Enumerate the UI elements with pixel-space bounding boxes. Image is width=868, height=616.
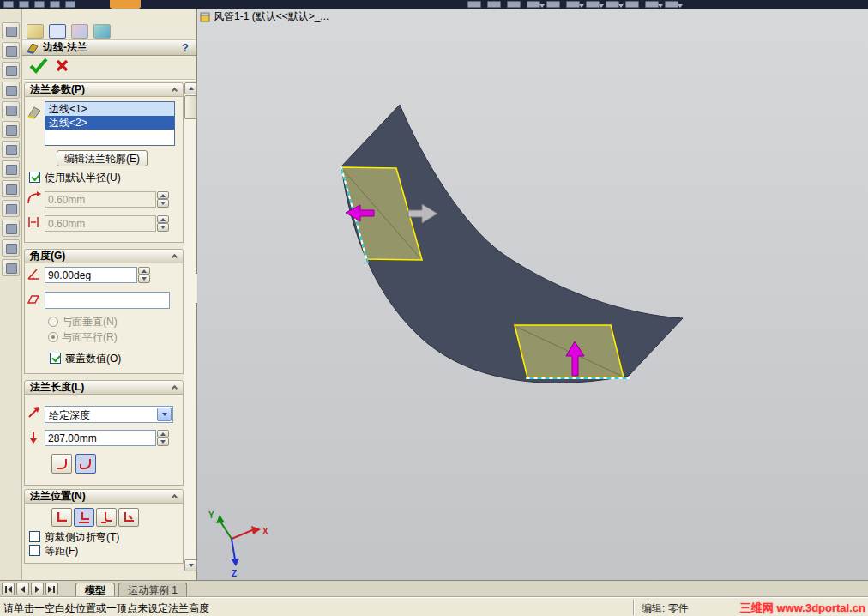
features-toolbar-icon-10[interactable] bbox=[2, 200, 20, 217]
panel-title: 边线-法兰 bbox=[43, 40, 87, 55]
features-toolbar bbox=[0, 9, 22, 580]
feature-manager-tab[interactable] bbox=[27, 24, 44, 39]
tab-motion-study[interactable]: 运动算例 1 bbox=[118, 583, 187, 598]
group-label: 法兰位置(N) bbox=[30, 490, 86, 502]
standard-views-icon[interactable] bbox=[566, 1, 580, 8]
undo-icon[interactable] bbox=[65, 1, 75, 8]
material-inside-button[interactable] bbox=[51, 508, 72, 527]
status-mode: 编辑: 零件 bbox=[642, 601, 689, 616]
features-toolbar-icon-2[interactable] bbox=[2, 42, 20, 59]
cancel-x-icon bbox=[55, 58, 69, 73]
tab-model[interactable]: 模型 bbox=[75, 583, 115, 598]
angle-spinner[interactable] bbox=[138, 267, 150, 283]
depth-field[interactable] bbox=[45, 430, 156, 446]
features-toolbar-icon-7[interactable] bbox=[2, 141, 20, 158]
top-toolbar bbox=[0, 0, 868, 9]
help-button[interactable]: ? bbox=[179, 41, 191, 54]
outer-virtual-sharp-button[interactable] bbox=[51, 454, 72, 474]
angle-field[interactable] bbox=[45, 267, 137, 283]
reference-face-field[interactable] bbox=[45, 292, 170, 309]
open-document-icon[interactable] bbox=[19, 1, 29, 8]
new-document-icon[interactable] bbox=[3, 1, 14, 8]
bend-inside-icon bbox=[79, 457, 93, 471]
zoom-area-icon[interactable] bbox=[487, 1, 501, 8]
edge-list-item-1[interactable]: 边线<1> bbox=[45, 102, 174, 116]
orientation-triad: X Y Z bbox=[208, 510, 268, 578]
hide-show-items-icon[interactable] bbox=[606, 1, 619, 8]
apply-scene-icon[interactable] bbox=[645, 1, 659, 8]
property-manager-header: 边线-法兰 ? bbox=[22, 40, 196, 56]
parallel-to-face-label: 与面平行(R) bbox=[62, 331, 118, 343]
features-toolbar-icon-8[interactable] bbox=[2, 160, 20, 178]
group-label: 法兰参数(P) bbox=[30, 83, 85, 95]
material-outside-button[interactable] bbox=[74, 508, 94, 527]
active-menu-highlight[interactable] bbox=[110, 0, 141, 9]
reference-face-icon bbox=[26, 292, 41, 307]
ok-button[interactable] bbox=[28, 57, 49, 77]
property-manager-panel: 边线-法兰 ? 法兰参数(P) 边线<1> 边线<2> 编辑法兰轮廓 bbox=[22, 9, 197, 580]
group-header-flange-parameters[interactable]: 法兰参数(P) bbox=[24, 82, 184, 97]
features-toolbar-icon-9[interactable] bbox=[2, 180, 20, 197]
rotate-view-icon[interactable] bbox=[527, 1, 540, 8]
flange-angle-icon bbox=[26, 266, 41, 281]
panel-scrollbar[interactable] bbox=[184, 82, 196, 571]
group-header-flange-length[interactable]: 法兰长度(L) bbox=[24, 380, 184, 395]
edge-list-box[interactable]: 边线<1> 边线<2> bbox=[45, 101, 175, 146]
standard-toolbar bbox=[3, 1, 75, 8]
inner-virtual-sharp-button[interactable] bbox=[75, 454, 96, 474]
features-toolbar-icon-3[interactable] bbox=[2, 62, 20, 79]
group-header-flange-position[interactable]: 法兰位置(N) bbox=[24, 489, 184, 504]
bottom-tab-strip: 模型 运动算例 1 bbox=[0, 580, 868, 597]
depth-spinner[interactable] bbox=[157, 430, 169, 446]
save-icon[interactable] bbox=[34, 1, 45, 8]
zoom-in-out-icon[interactable] bbox=[507, 1, 521, 8]
scrollbar-thumb[interactable] bbox=[184, 95, 197, 119]
bend-from-virtual-sharp-button[interactable] bbox=[118, 508, 139, 527]
scroll-up-icon[interactable] bbox=[184, 82, 197, 94]
features-toolbar-icon-5[interactable] bbox=[2, 101, 20, 118]
graphics-viewport[interactable]: 风管1-1 (默认<<默认>_... bbox=[197, 9, 868, 580]
end-condition-combobox[interactable]: 给定深度 bbox=[45, 406, 173, 423]
status-bar: 请单击一空白处位置或一顶点来设定法兰高度 编辑: 零件 三维网 www.3dpo… bbox=[0, 597, 868, 616]
features-toolbar-icon-1[interactable] bbox=[2, 22, 20, 39]
next-tab-button[interactable] bbox=[31, 583, 44, 595]
property-manager-tab[interactable] bbox=[49, 24, 66, 39]
z-axis-arrow-icon bbox=[231, 559, 239, 566]
previous-tab-button[interactable] bbox=[16, 583, 29, 595]
last-tab-button[interactable] bbox=[45, 583, 58, 595]
end-condition-value: 给定深度 bbox=[49, 408, 90, 423]
view-toolbar bbox=[467, 1, 678, 8]
override-value-checkbox[interactable] bbox=[50, 353, 61, 364]
bend-outside-position-icon bbox=[99, 510, 113, 524]
edit-flange-profile-button[interactable]: 编辑法兰轮廓(E) bbox=[57, 150, 148, 166]
status-divider bbox=[633, 600, 635, 615]
group-header-angle[interactable]: 角度(G) bbox=[24, 249, 184, 263]
features-toolbar-icon-6[interactable] bbox=[2, 121, 20, 138]
configuration-manager-tab[interactable] bbox=[71, 24, 88, 39]
group-label: 角度(G) bbox=[30, 250, 65, 262]
bend-outside-position-button[interactable] bbox=[96, 508, 117, 527]
x-axis-label: X bbox=[262, 527, 268, 536]
zoom-to-fit-icon[interactable] bbox=[467, 1, 481, 8]
use-default-radius-checkbox[interactable] bbox=[29, 172, 40, 183]
offset-checkbox[interactable] bbox=[29, 545, 40, 556]
collapse-chevron-icon bbox=[172, 494, 178, 500]
cancel-button[interactable] bbox=[55, 58, 69, 75]
trim-side-bends-checkbox[interactable] bbox=[29, 531, 40, 542]
pan-icon[interactable] bbox=[546, 1, 560, 8]
edge-list-item-2[interactable]: 边线<2> bbox=[45, 116, 174, 130]
features-toolbar-icon-13[interactable] bbox=[2, 259, 20, 276]
print-icon[interactable] bbox=[50, 1, 60, 8]
section-view-icon[interactable] bbox=[665, 1, 678, 8]
combo-dropdown-icon[interactable] bbox=[157, 408, 172, 421]
first-tab-button[interactable] bbox=[2, 583, 15, 595]
features-toolbar-icon-12[interactable] bbox=[2, 239, 20, 257]
features-toolbar-icon-11[interactable] bbox=[2, 220, 20, 237]
y-axis-label: Y bbox=[208, 510, 214, 520]
third-party-tab[interactable] bbox=[93, 24, 111, 39]
features-toolbar-icon-4[interactable] bbox=[2, 82, 20, 99]
display-style-icon[interactable] bbox=[586, 1, 600, 8]
scroll-down-icon[interactable] bbox=[184, 559, 197, 571]
edit-appearance-icon[interactable] bbox=[625, 1, 639, 8]
bend-radius-icon bbox=[26, 190, 41, 206]
